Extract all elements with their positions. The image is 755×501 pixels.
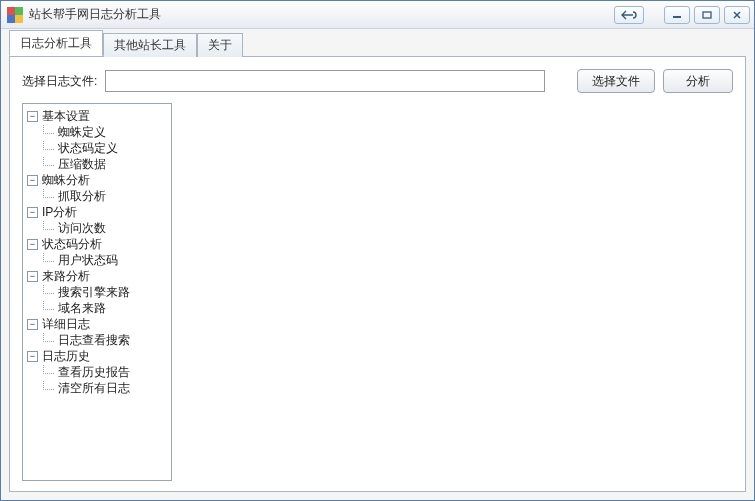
tree-node-label[interactable]: 基本设置: [42, 108, 90, 124]
tab-0[interactable]: 日志分析工具: [9, 30, 103, 56]
window-title: 站长帮手网日志分析工具: [29, 6, 161, 23]
tabpanel-log-analysis: 选择日志文件: 选择文件 分析 −基本设置蜘蛛定义状态码定义压缩数据−蜘蛛分析抓…: [9, 57, 746, 492]
tree-leaf[interactable]: 蜘蛛定义: [43, 124, 169, 140]
tree-node: −状态码分析用户状态码: [25, 236, 169, 268]
tree-leaf-label[interactable]: 蜘蛛定义: [58, 124, 106, 140]
tree-leaf[interactable]: 访问次数: [43, 220, 169, 236]
tree-leaf-label[interactable]: 清空所有日志: [58, 380, 130, 396]
tree-node: −来路分析搜索引擎来路域名来路: [25, 268, 169, 316]
tree-leaf-label[interactable]: 抓取分析: [58, 188, 106, 204]
collapse-icon[interactable]: −: [27, 319, 38, 330]
tab-2[interactable]: 关于: [197, 33, 243, 57]
collapse-icon[interactable]: −: [27, 271, 38, 282]
analyze-button[interactable]: 分析: [663, 69, 733, 93]
close-icon: [731, 10, 743, 20]
titlebar-buttons: [614, 6, 750, 24]
tree-node-label[interactable]: 日志历史: [42, 348, 90, 364]
tree-node-label[interactable]: 状态码分析: [42, 236, 102, 252]
collapse-icon[interactable]: −: [27, 111, 38, 122]
tree-node: −IP分析访问次数: [25, 204, 169, 236]
tree-leaf-label[interactable]: 压缩数据: [58, 156, 106, 172]
minimize-button[interactable]: [664, 6, 690, 24]
tree-leaf-label[interactable]: 日志查看搜索: [58, 332, 130, 348]
tree-node-row[interactable]: −来路分析: [25, 268, 169, 284]
main-row: −基本设置蜘蛛定义状态码定义压缩数据−蜘蛛分析抓取分析−IP分析访问次数−状态码…: [22, 103, 733, 481]
tree-node-row[interactable]: −蜘蛛分析: [25, 172, 169, 188]
collapse-icon[interactable]: −: [27, 207, 38, 218]
tree-node-label[interactable]: 详细日志: [42, 316, 90, 332]
tree-node: −日志历史查看历史报告清空所有日志: [25, 348, 169, 396]
svg-rect-1: [703, 12, 711, 18]
tree-node-row[interactable]: −状态码分析: [25, 236, 169, 252]
tab-strip: 日志分析工具其他站长工具关于: [9, 35, 746, 57]
tree-leaf-label[interactable]: 状态码定义: [58, 140, 118, 156]
client-area: 日志分析工具其他站长工具关于 选择日志文件: 选择文件 分析 −基本设置蜘蛛定义…: [1, 29, 754, 500]
tree-leaf[interactable]: 用户状态码: [43, 252, 169, 268]
maximize-button[interactable]: [694, 6, 720, 24]
tab-1[interactable]: 其他站长工具: [103, 33, 197, 57]
maximize-icon: [701, 10, 713, 20]
app-icon: [7, 7, 23, 23]
tree-node-label[interactable]: 蜘蛛分析: [42, 172, 90, 188]
minimize-icon: [671, 10, 683, 20]
tree-leaf[interactable]: 状态码定义: [43, 140, 169, 156]
tree-leaf[interactable]: 搜索引擎来路: [43, 284, 169, 300]
tree-node-label[interactable]: IP分析: [42, 204, 77, 220]
back-icon: [621, 10, 637, 20]
tree-leaf[interactable]: 域名来路: [43, 300, 169, 316]
tree-node: −详细日志日志查看搜索: [25, 316, 169, 348]
tree-leaf[interactable]: 压缩数据: [43, 156, 169, 172]
titlebar[interactable]: 站长帮手网日志分析工具: [1, 1, 754, 29]
tree-leaf-label[interactable]: 用户状态码: [58, 252, 118, 268]
tree-leaf-label[interactable]: 查看历史报告: [58, 364, 130, 380]
file-row: 选择日志文件: 选择文件 分析: [22, 69, 733, 93]
close-button[interactable]: [724, 6, 750, 24]
back-button[interactable]: [614, 6, 644, 24]
tree-node-row[interactable]: −IP分析: [25, 204, 169, 220]
tree-node-row[interactable]: −详细日志: [25, 316, 169, 332]
tree-leaf-label[interactable]: 访问次数: [58, 220, 106, 236]
tree-leaf-label[interactable]: 搜索引擎来路: [58, 284, 130, 300]
nav-tree[interactable]: −基本设置蜘蛛定义状态码定义压缩数据−蜘蛛分析抓取分析−IP分析访问次数−状态码…: [22, 103, 172, 481]
tree-leaf[interactable]: 清空所有日志: [43, 380, 169, 396]
tree-leaf[interactable]: 日志查看搜索: [43, 332, 169, 348]
tree-leaf[interactable]: 抓取分析: [43, 188, 169, 204]
tree-leaf[interactable]: 查看历史报告: [43, 364, 169, 380]
tree-node-row[interactable]: −日志历史: [25, 348, 169, 364]
collapse-icon[interactable]: −: [27, 351, 38, 362]
file-label: 选择日志文件:: [22, 73, 97, 90]
collapse-icon[interactable]: −: [27, 175, 38, 186]
file-path-input[interactable]: [105, 70, 545, 92]
tree-leaf-label[interactable]: 域名来路: [58, 300, 106, 316]
app-window: 站长帮手网日志分析工具: [0, 0, 755, 501]
collapse-icon[interactable]: −: [27, 239, 38, 250]
tree-node: −基本设置蜘蛛定义状态码定义压缩数据: [25, 108, 169, 172]
choose-file-button[interactable]: 选择文件: [577, 69, 655, 93]
tree-node: −蜘蛛分析抓取分析: [25, 172, 169, 204]
tree-node-label[interactable]: 来路分析: [42, 268, 90, 284]
tree-node-row[interactable]: −基本设置: [25, 108, 169, 124]
